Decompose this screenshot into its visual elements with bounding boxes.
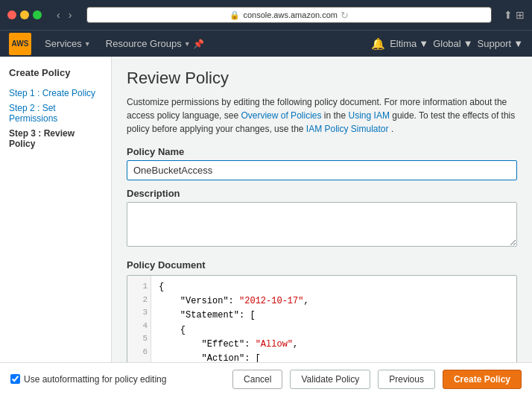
region-label: Global: [433, 38, 461, 49]
policy-doc-label: Policy Document: [127, 259, 517, 271]
user-caret: ▼: [419, 38, 428, 49]
autoformat-label: Use autoformatting for policy editing: [10, 374, 225, 385]
code-line-3: "Statement": [: [159, 309, 509, 323]
url-text: console.aws.amazon.com: [243, 10, 338, 19]
line-num-1: 1: [130, 280, 148, 294]
bottom-bar: Use autoformatting for policy editing Ca…: [0, 362, 532, 395]
sidebar: Create Policy Step 1 : Create Policy Ste…: [0, 57, 112, 395]
step3-label: Step 3 : Review Policy: [9, 128, 75, 149]
support-caret: ▼: [513, 38, 523, 49]
services-label: Services: [45, 38, 82, 49]
notifications-icon[interactable]: 🔔: [371, 37, 385, 51]
sidebar-step-2[interactable]: Step 2 : Set Permissions: [9, 101, 102, 126]
validate-policy-button[interactable]: Validate Policy: [290, 370, 370, 389]
region-menu[interactable]: Global ▼: [433, 38, 472, 49]
iam-guide-link[interactable]: Using IAM: [349, 110, 390, 121]
pushpin-icon: 📌: [193, 39, 204, 49]
close-button[interactable]: [7, 10, 16, 19]
intro-paragraph: Customize permissions by editing the fol…: [127, 95, 517, 136]
sidebar-step-1[interactable]: Step 1 : Create Policy: [9, 86, 102, 101]
services-caret: ▼: [84, 40, 91, 48]
user-menu[interactable]: Eltima ▼: [390, 38, 428, 49]
line-num-2: 2: [130, 294, 148, 307]
resource-groups-caret: ▼: [184, 40, 191, 48]
refresh-button[interactable]: ↻: [341, 10, 349, 21]
code-line-4: {: [159, 323, 509, 338]
address-bar[interactable]: 🔒 console.aws.amazon.com ↻: [86, 7, 492, 23]
page-title: Review Policy: [127, 69, 517, 88]
nav-arrows: ‹ ›: [54, 7, 75, 22]
aws-logo-text: AWS: [12, 40, 29, 48]
create-policy-button[interactable]: Create Policy: [443, 370, 522, 389]
sidebar-title: Create Policy: [9, 67, 102, 78]
description-label: Description: [127, 188, 517, 199]
autoformat-text: Use autoformatting for policy editing: [24, 374, 166, 385]
share-buttons: ⬆ ⊞: [504, 9, 525, 21]
aws-nav-right: 🔔 Eltima ▼ Global ▼ Support ▼: [371, 37, 523, 51]
line-num-3: 3: [130, 306, 148, 320]
traffic-lights: [7, 10, 42, 19]
simulator-link[interactable]: IAM Policy Simulator: [306, 124, 389, 134]
line-num-4: 4: [130, 320, 148, 333]
resource-groups-label: Resource Groups: [106, 38, 182, 49]
code-line-5: "Effect": "Allow",: [159, 338, 509, 352]
aws-navbar: AWS Services ▼ Resource Groups ▼ 📌 🔔 Elt…: [0, 30, 532, 57]
share-button[interactable]: ⬆: [504, 9, 513, 21]
back-button[interactable]: ‹: [54, 7, 63, 22]
description-textarea[interactable]: [127, 202, 517, 247]
forward-button[interactable]: ›: [66, 7, 75, 22]
intro-text-4: .: [391, 124, 393, 134]
autoformat-checkbox[interactable]: [10, 374, 20, 384]
user-label: Eltima: [390, 38, 417, 49]
support-menu[interactable]: Support ▼: [478, 38, 523, 49]
main-layout: Create Policy Step 1 : Create Policy Ste…: [0, 57, 532, 395]
step2-link[interactable]: Step 2 : Set Permissions: [9, 103, 57, 124]
services-menu[interactable]: Services ▼: [37, 34, 98, 54]
code-line-1: {: [159, 280, 509, 294]
sidebar-step-3: Step 3 : Review Policy: [9, 126, 102, 151]
minimize-button[interactable]: [20, 10, 29, 19]
region-caret: ▼: [463, 38, 473, 49]
support-label: Support: [478, 38, 512, 49]
resource-groups-menu[interactable]: Resource Groups ▼ 📌: [98, 34, 212, 54]
lock-icon: 🔒: [229, 10, 240, 20]
policy-name-label: Policy Name: [127, 146, 517, 157]
line-num-5: 5: [130, 332, 148, 346]
intro-text-2: in the: [324, 110, 349, 121]
overview-link[interactable]: Overview of Policies: [241, 110, 321, 121]
aws-logo[interactable]: AWS: [9, 33, 31, 55]
line-num-6: 6: [130, 346, 148, 359]
cancel-button[interactable]: Cancel: [232, 370, 282, 389]
content-area: Review Policy Customize permissions by e…: [112, 57, 532, 395]
tab-button[interactable]: ⊞: [516, 9, 525, 21]
browser-chrome: ‹ › 🔒 console.aws.amazon.com ↻ ⬆ ⊞: [0, 0, 532, 30]
policy-name-input[interactable]: [127, 160, 517, 180]
code-line-2: "Version": "2012-10-17",: [159, 294, 509, 309]
maximize-button[interactable]: [33, 10, 42, 19]
previous-button[interactable]: Previous: [378, 370, 435, 389]
step1-link[interactable]: Step 1 : Create Policy: [9, 88, 95, 98]
